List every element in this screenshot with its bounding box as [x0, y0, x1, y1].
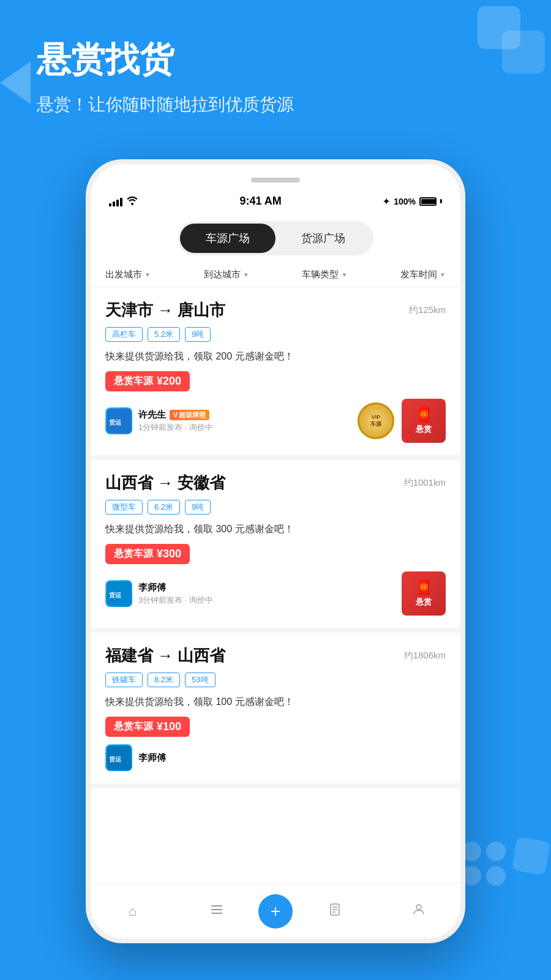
filter-time-label: 发车时间	[400, 269, 437, 281]
filter-vehicle-label: 车辆类型	[302, 269, 339, 281]
filter-arrive-label: 到达城市	[204, 269, 241, 281]
nav-add-button[interactable]: +	[258, 894, 293, 929]
bluetooth-icon: ✦	[383, 197, 390, 206]
nav-list[interactable]	[174, 902, 258, 921]
tab-container: 车源广场 货源广场	[178, 221, 373, 255]
poster-3-avatar: 货运	[105, 744, 132, 771]
filter-depart-arrow: ▼	[144, 271, 151, 278]
listing-3-tags: 铁罐车 8.2米 53吨	[105, 673, 446, 687]
filter-arrive-arrow: ▼	[243, 271, 249, 278]
filter-time-arrow: ▼	[440, 271, 446, 278]
svg-rect-13	[211, 905, 222, 907]
nav-orders[interactable]	[293, 902, 377, 921]
tag-weight: 9吨	[185, 327, 211, 342]
svg-text:货运: 货运	[109, 756, 122, 763]
poster-1-time: 1分钟前发布 · 询价中	[138, 422, 213, 433]
reward-label-1: 悬赏车源	[114, 375, 153, 388]
battery-tip	[440, 199, 442, 203]
listing-2-poster: 货运 李师傅 3分钟前发布 · 询价中	[105, 580, 213, 607]
reward-amount-2: ¥300	[157, 548, 181, 560]
listing-2-header: 山西省 → 安徽省 约1001km	[105, 472, 446, 494]
status-time: 9:41 AM	[239, 195, 281, 208]
reward-amount-1: ¥200	[157, 375, 181, 388]
filter-bar: 出发城市 ▼ 到达城市 ▼ 车辆类型 ▼ 发车时间 ▼	[91, 263, 460, 287]
tag-vehicle-type-3: 铁罐车	[105, 673, 143, 687]
status-bar: 9:41 AM ✦ 100%	[91, 164, 460, 214]
envelope-icon-1: 🧧	[416, 407, 432, 423]
phone-mockup: 9:41 AM ✦ 100% 车源广场 货源广场 出发城市 ▼	[86, 159, 465, 943]
listing-2-desc: 快来提供货源给我，领取 300 元感谢金吧！	[105, 522, 446, 537]
orders-icon	[328, 902, 342, 921]
poster-2-name: 李师傅	[138, 582, 213, 594]
reward-button-1[interactable]: 🧧 悬赏	[402, 399, 446, 443]
status-right: ✦ 100%	[383, 197, 442, 206]
listing-3-reward-badge: 悬赏车源 ¥100	[105, 717, 190, 737]
svg-point-20	[416, 905, 421, 910]
listing-card-3: 福建省 → 山西省 约1806km 铁罐车 8.2米 53吨 快来提供货源给我，…	[91, 633, 460, 788]
svg-rect-15	[211, 913, 222, 914]
tag-weight-2: 9吨	[185, 500, 211, 514]
phone-screen: 9:41 AM ✦ 100% 车源广场 货源广场 出发城市 ▼	[91, 164, 460, 938]
listing-card-2: 山西省 → 安徽省 约1001km 微型车 6.2米 9吨 快来提供货源给我，领…	[91, 460, 460, 633]
vip-badge-1: V 超级牌照	[170, 410, 209, 420]
bottom-navigation: ⌂ +	[91, 883, 460, 938]
tab-switcher: 车源广场 货源广场	[103, 221, 448, 255]
phone-speaker	[251, 178, 300, 183]
listing-1-header: 天津市 → 唐山市 约125km	[105, 300, 446, 321]
tag-vehicle-type: 高栏车	[105, 327, 143, 342]
listing-1-tags: 高栏车 5.2米 9吨	[105, 327, 446, 342]
reward-label-3: 悬赏车源	[114, 720, 153, 733]
page-title: 悬赏找货	[37, 37, 514, 83]
filter-arrive-city[interactable]: 到达城市 ▼	[204, 269, 249, 281]
listing-2-route: 山西省 → 安徽省	[105, 472, 225, 494]
nav-items: ⌂ +	[91, 894, 460, 929]
listing-2-distance: 约1001km	[404, 477, 446, 489]
home-icon: ⌂	[129, 903, 137, 919]
tab-vehicle-square[interactable]: 车源广场	[180, 224, 276, 253]
wifi-icon	[126, 195, 138, 208]
tag-length-3: 8.2米	[148, 673, 180, 687]
poster-2-avatar: 货运	[105, 580, 132, 607]
poster-2-details: 李师傅 3分钟前发布 · 询价中	[138, 582, 213, 606]
filter-vehicle-type[interactable]: 车辆类型 ▼	[302, 269, 347, 281]
listing-3-poster: 货运 李师傅	[105, 744, 166, 771]
poster-1-details: 许先生 V 超级牌照 1分钟前发布 · 询价中	[138, 409, 213, 433]
svg-rect-14	[211, 909, 222, 910]
envelope-icon-2: 🧧	[416, 579, 432, 595]
listing-3-footer: 货运 李师傅	[105, 744, 446, 771]
battery-icon	[419, 197, 437, 206]
add-icon: +	[271, 903, 280, 920]
svg-text:货运: 货运	[109, 592, 122, 598]
reward-button-2[interactable]: 🧧 悬赏	[402, 571, 446, 616]
header-section: 悬赏找货 悬赏！让你随时随地拉到优质货源	[0, 0, 551, 135]
listing-1-distance: 约125km	[409, 304, 446, 316]
list-icon	[209, 902, 224, 921]
reward-label-2: 悬赏车源	[114, 548, 153, 560]
listing-2-footer: 货运 李师傅 3分钟前发布 · 询价中 🧧	[105, 571, 446, 616]
tag-length: 5.2米	[148, 327, 180, 342]
listing-2-reward-badge: 悬赏车源 ¥300	[105, 544, 190, 564]
battery-percent: 100%	[394, 197, 416, 206]
svg-rect-6	[512, 837, 551, 876]
listing-1-desc: 快来提供货源给我，领取 200 元感谢金吧！	[105, 349, 446, 364]
listing-1-route: 天津市 → 唐山市	[105, 300, 225, 321]
nav-profile[interactable]	[377, 902, 460, 921]
filter-depart-label: 出发城市	[105, 269, 142, 281]
bg-decoration-bottom	[453, 833, 551, 931]
tab-cargo-square[interactable]: 货源广场	[276, 224, 371, 253]
svg-point-5	[486, 866, 506, 886]
filter-depart-city[interactable]: 出发城市 ▼	[105, 269, 151, 281]
listing-2-tags: 微型车 6.2米 9吨	[105, 500, 446, 514]
poster-3-details: 李师傅	[138, 752, 166, 764]
listing-3-route: 福建省 → 山西省	[105, 645, 225, 666]
vip-stamp-1: VIP 车源	[358, 402, 394, 439]
signal-icon	[109, 197, 122, 206]
listing-1-footer: 货运 许先生 V 超级牌照	[105, 399, 446, 443]
listing-3-distance: 约1806km	[404, 650, 446, 662]
filter-depart-time[interactable]: 发车时间 ▼	[400, 269, 446, 281]
tag-length-2: 6.2米	[148, 500, 180, 514]
nav-home[interactable]: ⌂	[91, 903, 174, 919]
listing-1-reward-badge: 悬赏车源 ¥200	[105, 371, 190, 391]
poster-2-time: 3分钟前发布 · 询价中	[138, 595, 213, 606]
tag-weight-3: 53吨	[185, 673, 215, 687]
